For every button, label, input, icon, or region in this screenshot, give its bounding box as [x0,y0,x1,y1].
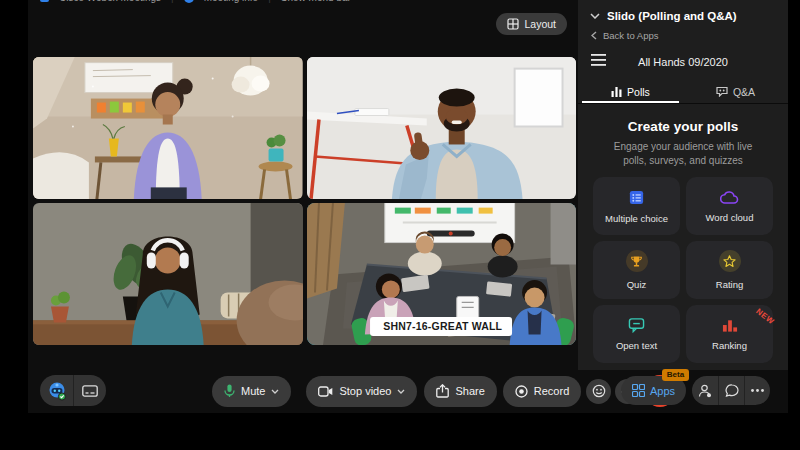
create-polls-heading: Create your polls [578,119,788,134]
layout-button[interactable]: Layout [496,13,567,35]
video-area: Layout [28,0,578,413]
word-cloud-button[interactable]: Word cloud [686,177,773,235]
hamburger-menu-icon[interactable] [591,54,606,66]
participant-video-2 [307,57,577,199]
list-icon [628,189,645,206]
chevron-down-icon [397,389,405,394]
apps-grid-icon [632,384,645,397]
new-badge: NEW [754,307,775,327]
record-button[interactable]: Record [503,376,581,407]
ellipsis-icon [751,389,764,392]
poll-type-grid: Multiple choice Word cloud Quiz [593,177,773,363]
slido-panel: Slido (Polling and Q&A) Back to Apps All… [578,0,788,370]
grid-layout-icon [507,18,519,30]
video-tile-participant-3[interactable] [33,203,303,345]
cloud-icon [720,190,739,205]
quiz-button[interactable]: Quiz [593,241,680,299]
room-name-label: SHN7-16-GREAT WALL [383,320,502,332]
open-text-button[interactable]: Open text [593,305,680,363]
share-icon [436,384,449,398]
chevron-left-icon [591,31,597,40]
mute-button[interactable]: Mute [212,376,291,407]
assistant-robot-icon [47,381,67,401]
session-title: All Hands 09/2020 [578,56,788,68]
bar-chart-icon [611,87,622,97]
qa-bubble-icon [716,86,728,97]
control-bar: Mute Stop video [28,373,788,409]
participants-button[interactable] [692,376,718,405]
speech-bubble-icon [628,317,645,333]
beta-badge: Beta [662,369,689,381]
participant-video-3 [33,203,303,345]
panel-title: Slido (Polling and Q&A) [607,10,737,22]
webex-assistant-button[interactable] [40,375,73,406]
tab-polls[interactable]: Polls [578,80,683,103]
video-grid: SHN7-16-GREAT WALL [33,57,576,345]
podium-icon [722,318,738,333]
panel-controls: Beta Apps [621,376,770,405]
participants-icon [698,384,712,398]
multiple-choice-button[interactable]: Multiple choice [593,177,680,235]
stop-video-button[interactable]: Stop video [306,376,417,407]
rating-button[interactable]: Rating [686,241,773,299]
participant-video-1 [33,57,303,199]
participants-chat-group [692,376,770,405]
chevron-down-icon[interactable] [590,13,600,19]
video-tile-participant-1[interactable] [33,57,303,199]
chat-bubble-icon [725,384,739,397]
back-to-apps-link[interactable]: Back to Apps [578,22,788,41]
room-name-pill: SHN7-16-GREAT WALL [370,317,512,336]
apps-button[interactable]: Beta Apps [621,376,686,405]
create-polls-subheading: Engage your audience with live polls, su… [604,140,762,167]
assistant-captions-group [40,375,106,406]
call-controls: Mute Stop video [212,375,676,407]
tab-qa[interactable]: Q&A [683,80,788,103]
smiley-icon [592,384,606,398]
more-panels-button[interactable] [744,376,770,405]
ranking-button[interactable]: NEW Ranking [686,305,773,363]
star-icon [719,250,741,272]
reactions-button[interactable] [586,379,611,404]
share-button[interactable]: Share [424,376,496,407]
microphone-icon [224,384,235,398]
captions-icon [82,385,98,397]
panel-tabs: Polls Q&A [578,80,788,104]
video-camera-icon [318,386,333,397]
trophy-icon [626,250,648,272]
chat-button[interactable] [718,376,744,405]
webex-window: Cisco Webex Meetings | i Meeting info | … [28,0,788,413]
record-icon [515,385,528,398]
chevron-down-icon [271,389,279,394]
closed-captions-button[interactable] [73,375,106,406]
video-tile-participant-2[interactable] [307,57,577,199]
video-tile-conference-room[interactable]: SHN7-16-GREAT WALL [307,203,577,345]
